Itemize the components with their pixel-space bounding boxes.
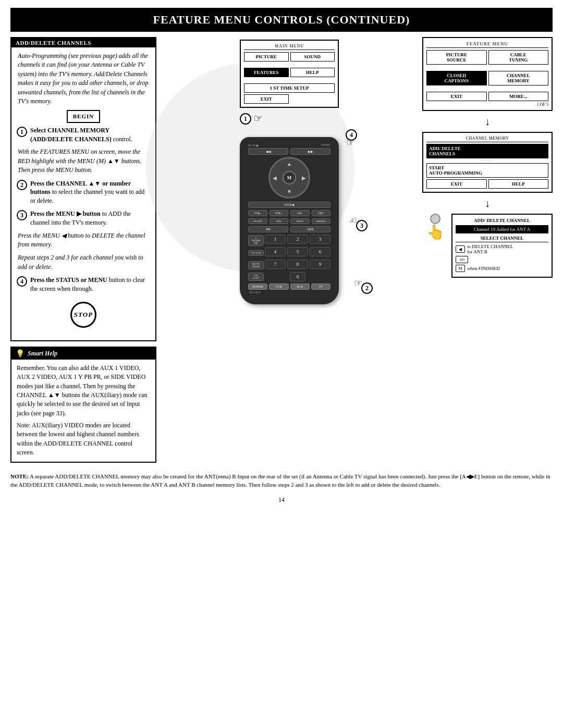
fm-cable-tuning[interactable]: CABLETUNING: [488, 50, 549, 65]
mm-btn-first-time[interactable]: 1 ST TIME SETUP: [244, 83, 335, 93]
rew-btn[interactable]: ◀◀: [248, 148, 288, 155]
add-delete-section: ADD/DELETE CHANNELS Auto-Programming (se…: [10, 37, 156, 341]
step-num-4: 4: [17, 276, 27, 287]
smart-help-body: Remember. You can also add the AUX 1 VID…: [11, 360, 155, 462]
intro-text: Auto-Programming (see previous page) add…: [17, 52, 150, 106]
ad-ad-btn[interactable]: AD: [456, 256, 468, 263]
ad-select-title: SELECT CHANNEL: [456, 236, 548, 242]
ch-up-btn[interactable]: CH+: [312, 210, 331, 216]
step-3-bold: Press the MENU ▶ button: [30, 210, 101, 217]
mm-btn-exit[interactable]: EXIT: [244, 94, 289, 104]
ad-finished-text: when FINISHED: [467, 266, 500, 271]
vol-up-btn[interactable]: VOL+: [270, 210, 289, 216]
power-btn[interactable]: POWER: [248, 283, 267, 290]
size-btn[interactable]: SIZE: [290, 226, 331, 232]
tv-btn[interactable]: TV: [311, 283, 331, 290]
callout-2: 2: [361, 282, 373, 294]
step-1: 1 Select CHANNEL MEMORY (ADD/DELETE CHAN…: [17, 126, 150, 144]
ff-btn[interactable]: ▶▶: [290, 148, 331, 155]
num-1[interactable]: 1: [265, 235, 286, 244]
nav-ring[interactable]: ▲ ▼ ◀ ▶ M: [268, 157, 310, 199]
ad-row-ad: AD: [456, 256, 548, 263]
page-header: Feature Menu Controls (Continued): [10, 8, 553, 32]
ch-help-btn[interactable]: HELP: [488, 179, 549, 189]
fm-more[interactable]: MORE...: [488, 92, 549, 101]
ch-start-auto-btn[interactable]: STARTAUTO-PROGRAMMING: [426, 163, 548, 178]
tv-vcr-btn[interactable]: TV VCR: [248, 250, 264, 256]
ch-last-btn[interactable]: CH LAST: [248, 273, 264, 281]
remote-body: PLAY ▶ START ◀◀ ▶▶ ▲ ▼ ◀ ▶: [240, 137, 339, 304]
nav-up-arrow[interactable]: ▲: [287, 161, 292, 167]
step-3-repeat: Repeat steps 2 and 3 for each channel yo…: [17, 253, 150, 272]
feature-menu-title: FEATURE MENU: [426, 41, 548, 48]
bottom-note: NOTE: A separate ADD/DELETE CHANNEL memo…: [0, 468, 563, 493]
nav-center-m[interactable]: M: [283, 171, 296, 184]
mm-btn-features[interactable]: FEATURES: [244, 68, 289, 77]
ad-row-finished: M when FINISHED: [456, 265, 548, 272]
freeze-btn[interactable]: FREEZE: [312, 218, 331, 224]
note-text: A separate ADD/DELETE CHANNEL memory may…: [10, 473, 550, 488]
nav-ring-area: ▲ ▼ ◀ ▶ M: [248, 157, 331, 199]
num-2[interactable]: 2: [287, 235, 308, 244]
num-9[interactable]: 9: [310, 260, 331, 269]
mm-btn-help[interactable]: HELP: [290, 68, 335, 77]
finger-1-icon: ☞: [253, 112, 263, 125]
ad-notification: Channel 19 Added for ANT A: [456, 225, 548, 233]
step-4-bold: Press the STATUS or MENU: [30, 276, 107, 283]
remote-control: 4 ☞ PLAY ▶ START ◀◀ ▶▶: [206, 137, 373, 304]
main-menu-title: MAIN MENU: [244, 44, 335, 50]
ch-add-delete-btn[interactable]: ADD/ DELETECHANNELS: [426, 144, 548, 158]
finger-3-icon: ☞: [349, 215, 357, 226]
pip-btn[interactable]: PIP: [248, 226, 288, 232]
fm-channel-memory[interactable]: CHANNELMEMORY: [488, 71, 549, 85]
num-7[interactable]: 7: [265, 260, 286, 269]
aux-btn[interactable]: AUX: [290, 283, 310, 290]
ad-row-delete: ◀ to DELETE CHANNELfor ANT B: [456, 244, 548, 254]
feature-menu-screen: FEATURE MENU PICTURESOURCE CABLETUNING ·…: [422, 37, 553, 111]
arrow-down-1: ↓: [422, 116, 553, 127]
figure-person-area: 👆 ADD/ DELETE CHANNEL Channel 19 Added f…: [422, 214, 553, 278]
fm-picture-source[interactable]: PICTURESOURCE: [426, 50, 487, 65]
play-label: PLAY ▶: [248, 143, 259, 147]
fm-closed-captions[interactable]: CLOSEDCAPTIONS: [426, 71, 487, 85]
ch-exit-btn[interactable]: EXIT: [426, 179, 487, 189]
header-title: Feature Menu Controls (Continued): [153, 13, 410, 26]
ch-off-btn[interactable]: CH.OFF: [248, 218, 267, 224]
num-3[interactable]: 3: [310, 235, 331, 244]
note-label: NOTE:: [10, 473, 29, 479]
smart-help-text-2: Note: AUX(iliary) VIDEO modes are locate…: [17, 421, 150, 458]
vol-down-btn[interactable]: VOL-: [248, 210, 267, 216]
ch-down-btn[interactable]: CH-: [290, 210, 310, 216]
nav-down-arrow[interactable]: ▼: [287, 189, 292, 194]
power-row: POWER VCR AUX TV: [248, 283, 331, 290]
num-6[interactable]: 6: [310, 247, 331, 256]
stop-btn[interactable]: STOP ■: [248, 202, 331, 208]
nav-right-arrow[interactable]: ▶: [302, 175, 306, 181]
mute-sleep-btn[interactable]: MUTE SLEEP: [248, 261, 264, 269]
vcr-btn[interactable]: VCR: [269, 283, 288, 290]
step-2: 2 Press the CHANNEL ▲▼ or number buttons…: [17, 179, 150, 205]
nav-left-arrow[interactable]: ◀: [273, 175, 277, 181]
section-header: ADD/DELETE CHANNELS: [11, 38, 155, 47]
fm-exit[interactable]: EXIT: [426, 92, 487, 101]
ad-left-btn[interactable]: ◀: [456, 245, 465, 253]
smart-help-title: Smart Help: [28, 350, 57, 357]
ad-m-btn[interactable]: M: [456, 265, 465, 272]
step-num-3: 3: [17, 210, 27, 220]
ad-delete-text: to DELETE CHANNELfor ANT B: [467, 244, 513, 254]
step-1-detail: With the FEATURES MENU on screen, move t…: [17, 147, 150, 175]
mm-btn-sound[interactable]: SOUND: [290, 52, 335, 61]
mm-btn-picture[interactable]: PICTURE: [244, 52, 289, 61]
left-column: ADD/DELETE CHANNELS Auto-Programming (se…: [10, 37, 156, 463]
swap-btn[interactable]: SWAP: [290, 218, 310, 224]
num-0[interactable]: 0: [290, 272, 305, 281]
finger-2-icon: ☞: [354, 277, 362, 289]
tuner-pip-btn[interactable]: 2 TUNER PIP: [248, 235, 264, 246]
mode-label-row: M O D E: [248, 291, 331, 294]
num-5[interactable]: 5: [287, 247, 308, 256]
num-8[interactable]: 8: [287, 260, 308, 269]
pos-btn[interactable]: POS: [270, 218, 289, 224]
step-num-2: 2: [17, 180, 27, 190]
step-num-1: 1: [17, 127, 27, 137]
num-4[interactable]: 4: [265, 247, 286, 256]
